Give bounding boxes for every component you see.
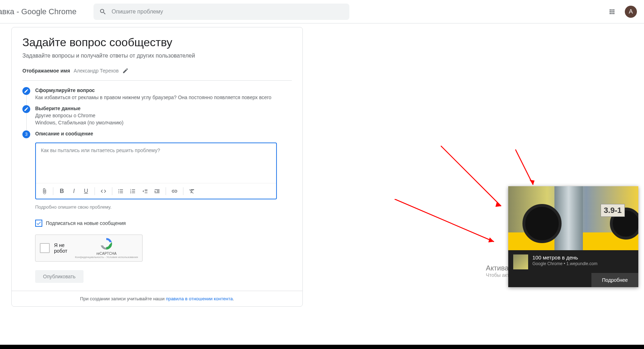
step-3-title: Описание и сообщение xyxy=(35,131,93,136)
subscribe-checkbox[interactable] xyxy=(35,220,42,227)
step-2-sub1: Другие вопросы о Chrome xyxy=(35,113,124,118)
display-name-row: Отображаемое имя Александр Терехов xyxy=(22,68,292,81)
step-3-bullet: 3 xyxy=(22,130,30,138)
svg-line-2 xyxy=(441,146,501,206)
search-box[interactable] xyxy=(93,4,349,20)
step-2-sub2: Windows, Стабильная (по умолчанию) xyxy=(35,120,124,125)
footer-prefix: При создании записи учитывайте наши xyxy=(80,296,166,301)
code-icon xyxy=(100,188,107,194)
step-2-title: Выберите данные xyxy=(35,106,124,111)
description-textarea[interactable]: Как вы пытались или пытаетесь решить про… xyxy=(36,143,276,183)
content-policy-link[interactable]: правила в отношении контента xyxy=(166,296,233,301)
indent-icon xyxy=(154,188,160,194)
notification-image: 3.9-1 xyxy=(508,186,638,250)
svg-marker-1 xyxy=(488,237,494,242)
pencil-icon xyxy=(24,88,29,93)
recaptcha-links: Конфиденциальность - Условия использован… xyxy=(75,256,138,259)
clear-format-icon xyxy=(189,188,195,194)
code-button[interactable] xyxy=(98,186,108,196)
notification-sign: 3.9-1 xyxy=(601,204,625,217)
search-icon xyxy=(99,8,107,16)
underline-button[interactable]: U xyxy=(81,186,91,196)
link-button[interactable] xyxy=(170,186,179,196)
annotation-arrow-3 xyxy=(515,149,544,192)
edit-name-icon[interactable] xyxy=(122,68,129,74)
step-1-bullet xyxy=(22,87,30,95)
italic-button[interactable]: I xyxy=(69,186,79,196)
notification-title: 100 метров в день xyxy=(532,254,597,261)
bullet-list-icon xyxy=(118,188,124,194)
avatar[interactable]: A xyxy=(625,6,637,18)
bullet-list-button[interactable] xyxy=(116,186,126,196)
numbered-list-button[interactable] xyxy=(128,186,138,196)
description-editor: Как вы пытались или пытаетесь решить про… xyxy=(35,143,277,199)
outdent-button[interactable] xyxy=(140,186,150,196)
numbered-list-icon xyxy=(130,188,136,194)
recaptcha-checkbox[interactable] xyxy=(40,243,50,253)
paperclip-icon xyxy=(41,188,48,194)
display-name-label: Отображаемое имя xyxy=(22,68,70,74)
subscribe-label: Подписаться на новые сообщения xyxy=(46,220,126,226)
pencil-icon xyxy=(24,107,29,112)
clear-format-button[interactable] xyxy=(187,186,197,196)
publish-button[interactable]: Опубликовать xyxy=(35,270,84,283)
display-name-value: Александр Терехов xyxy=(74,68,119,74)
card-footer: При создании записи учитывайте наши прав… xyxy=(12,291,302,306)
apps-button[interactable] xyxy=(605,5,619,19)
notification-popup[interactable]: 3.9-1 100 метров в день Google Chrome • … xyxy=(508,186,638,287)
taskbar[interactable] xyxy=(0,345,644,349)
svg-marker-5 xyxy=(530,180,535,185)
question-card: Задайте вопрос сообществу Задавайте вопр… xyxy=(11,27,303,307)
step-1-title: Сформулируйте вопрос xyxy=(35,87,272,93)
step-1-sub: Как избавиться от рекламы в правом нижне… xyxy=(35,95,272,100)
subscribe-row[interactable]: Подписаться на новые сообщения xyxy=(35,220,292,227)
check-icon xyxy=(36,220,42,226)
link-icon xyxy=(171,188,178,194)
bold-button[interactable]: B xyxy=(57,186,67,196)
app-header: авка - Google Chrome A xyxy=(0,0,644,23)
recaptcha[interactable]: Я не робот reCAPTCHA Конфиденциальность … xyxy=(35,235,143,262)
annotation-arrow-2 xyxy=(441,146,512,217)
notification-thumbnail xyxy=(513,254,528,269)
recaptcha-label: Я не робот xyxy=(54,242,75,254)
recaptcha-brand: reCAPTCHA xyxy=(75,252,138,256)
app-title: авка - Google Chrome xyxy=(0,7,76,16)
step-2-bullet xyxy=(22,105,30,113)
recaptcha-icon xyxy=(100,237,113,250)
apps-icon xyxy=(608,8,616,15)
notification-source: Google Chrome • 1.wepundle.com xyxy=(532,261,597,266)
page-title: Задайте вопрос сообществу xyxy=(22,36,292,49)
notification-action-button[interactable]: Подробнее xyxy=(591,273,638,287)
svg-line-4 xyxy=(515,149,533,185)
svg-marker-3 xyxy=(495,202,501,207)
step-3: 3 Описание и сообщение xyxy=(22,130,292,140)
outdent-icon xyxy=(142,188,148,194)
search-input[interactable] xyxy=(112,9,344,15)
indent-button[interactable] xyxy=(152,186,162,196)
attach-button[interactable] xyxy=(39,186,49,196)
editor-toolbar: B I U xyxy=(36,183,276,199)
footer-suffix: . xyxy=(233,296,234,301)
page-subtitle: Задавайте вопросы и получайте ответы от … xyxy=(22,53,292,59)
step-1[interactable]: Сформулируйте вопрос Как избавиться от р… xyxy=(22,87,292,105)
step-2[interactable]: Выберите данные Другие вопросы о Chrome … xyxy=(22,105,292,130)
editor-helper: Подробно опишите свою проблему. xyxy=(35,204,292,210)
